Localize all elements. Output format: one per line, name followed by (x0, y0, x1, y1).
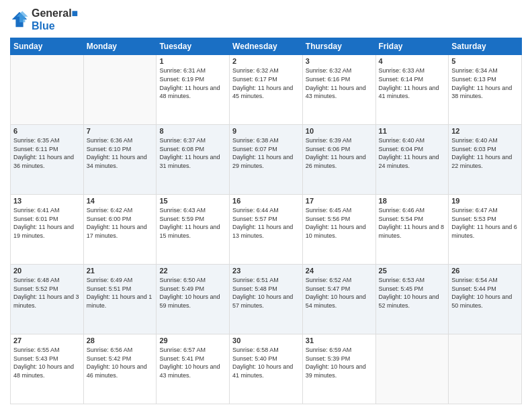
calendar-cell: 16Sunrise: 6:44 AMSunset: 5:57 PMDayligh… (230, 195, 303, 265)
day-number: 22 (159, 267, 226, 275)
day-number: 29 (159, 336, 226, 345)
day-number: 31 (306, 336, 373, 345)
day-number: 13 (13, 197, 81, 205)
calendar-cell: 29Sunrise: 6:57 AMSunset: 5:41 PMDayligh… (157, 334, 230, 404)
day-info: Sunrise: 6:55 AMSunset: 5:43 PMDaylight:… (13, 346, 81, 379)
day-number: 8 (159, 127, 226, 135)
calendar-cell: 9Sunrise: 6:38 AMSunset: 6:07 PMDaylight… (230, 125, 303, 195)
day-info: Sunrise: 6:51 AMSunset: 5:48 PMDaylight:… (232, 276, 300, 310)
day-number: 10 (306, 127, 373, 135)
weekday-header-row: SundayMondayTuesdayWednesdayThursdayFrid… (11, 38, 522, 55)
logo: General■ Blue (10, 7, 78, 32)
day-number: 1 (159, 57, 226, 65)
calendar-cell: 13Sunrise: 6:41 AMSunset: 6:01 PMDayligh… (11, 195, 84, 265)
day-number: 12 (451, 127, 519, 135)
day-info: Sunrise: 6:47 AMSunset: 5:53 PMDaylight:… (451, 206, 519, 240)
day-info: Sunrise: 6:46 AMSunset: 5:54 PMDaylight:… (379, 206, 446, 240)
calendar-cell: 28Sunrise: 6:56 AMSunset: 5:42 PMDayligh… (83, 334, 157, 404)
calendar-cell: 4Sunrise: 6:33 AMSunset: 6:14 PMDaylight… (375, 55, 449, 125)
day-number: 14 (87, 197, 154, 205)
day-number: 24 (306, 267, 373, 275)
weekday-header-saturday: Saturday (449, 38, 522, 55)
calendar-cell: 11Sunrise: 6:40 AMSunset: 6:04 PMDayligh… (375, 125, 449, 195)
calendar-cell: 7Sunrise: 6:36 AMSunset: 6:10 PMDaylight… (83, 125, 157, 195)
day-number: 21 (87, 267, 154, 275)
day-number: 27 (13, 336, 81, 345)
calendar-cell: 25Sunrise: 6:53 AMSunset: 5:45 PMDayligh… (375, 265, 449, 334)
day-number: 28 (87, 336, 154, 345)
day-info: Sunrise: 6:39 AMSunset: 6:06 PMDaylight:… (306, 136, 373, 170)
day-number: 4 (379, 57, 446, 65)
calendar-cell: 19Sunrise: 6:47 AMSunset: 5:53 PMDayligh… (449, 195, 522, 265)
day-number: 23 (232, 267, 300, 275)
day-info: Sunrise: 6:48 AMSunset: 5:52 PMDaylight:… (13, 276, 81, 310)
calendar-cell: 17Sunrise: 6:45 AMSunset: 5:56 PMDayligh… (302, 195, 375, 265)
day-number: 6 (13, 127, 81, 135)
calendar-cell: 22Sunrise: 6:50 AMSunset: 5:49 PMDayligh… (157, 265, 230, 334)
day-number: 16 (232, 197, 300, 205)
day-number: 19 (451, 197, 519, 205)
day-info: Sunrise: 6:38 AMSunset: 6:07 PMDaylight:… (232, 136, 300, 170)
calendar-cell (83, 55, 157, 125)
weekday-header-tuesday: Tuesday (157, 38, 230, 55)
calendar-cell (449, 334, 522, 404)
week-row-1: 1Sunrise: 6:31 AMSunset: 6:19 PMDaylight… (11, 55, 522, 125)
weekday-header-sunday: Sunday (11, 38, 84, 55)
week-row-3: 13Sunrise: 6:41 AMSunset: 6:01 PMDayligh… (11, 195, 522, 265)
day-info: Sunrise: 6:33 AMSunset: 6:14 PMDaylight:… (379, 66, 446, 100)
day-info: Sunrise: 6:54 AMSunset: 5:44 PMDaylight:… (451, 276, 519, 310)
day-number: 18 (379, 197, 446, 205)
day-info: Sunrise: 6:56 AMSunset: 5:42 PMDaylight:… (87, 346, 154, 379)
day-info: Sunrise: 6:31 AMSunset: 6:19 PMDaylight:… (159, 66, 226, 100)
calendar-cell (375, 334, 449, 404)
calendar-cell: 20Sunrise: 6:48 AMSunset: 5:52 PMDayligh… (11, 265, 84, 334)
week-row-5: 27Sunrise: 6:55 AMSunset: 5:43 PMDayligh… (11, 334, 522, 404)
calendar-cell: 12Sunrise: 6:40 AMSunset: 6:03 PMDayligh… (449, 125, 522, 195)
day-info: Sunrise: 6:42 AMSunset: 6:00 PMDaylight:… (87, 206, 154, 240)
logo-icon (10, 10, 29, 29)
calendar-cell: 2Sunrise: 6:32 AMSunset: 6:17 PMDaylight… (230, 55, 303, 125)
calendar-cell (11, 55, 84, 125)
day-info: Sunrise: 6:37 AMSunset: 6:08 PMDaylight:… (159, 136, 226, 170)
day-info: Sunrise: 6:52 AMSunset: 5:47 PMDaylight:… (306, 276, 373, 310)
calendar-cell: 26Sunrise: 6:54 AMSunset: 5:44 PMDayligh… (449, 265, 522, 334)
day-number: 25 (379, 267, 446, 275)
day-number: 11 (379, 127, 446, 135)
day-number: 2 (232, 57, 300, 65)
day-info: Sunrise: 6:58 AMSunset: 5:40 PMDaylight:… (232, 346, 300, 379)
logo-text: General■ Blue (32, 7, 78, 32)
calendar-cell: 21Sunrise: 6:49 AMSunset: 5:51 PMDayligh… (83, 265, 157, 334)
day-info: Sunrise: 6:45 AMSunset: 5:56 PMDaylight:… (306, 206, 373, 240)
day-number: 26 (451, 267, 519, 275)
calendar-cell: 10Sunrise: 6:39 AMSunset: 6:06 PMDayligh… (302, 125, 375, 195)
header: General■ Blue (10, 7, 522, 32)
weekday-header-thursday: Thursday (302, 38, 375, 55)
calendar-cell: 14Sunrise: 6:42 AMSunset: 6:00 PMDayligh… (83, 195, 157, 265)
day-info: Sunrise: 6:35 AMSunset: 6:11 PMDaylight:… (13, 136, 81, 170)
week-row-2: 6Sunrise: 6:35 AMSunset: 6:11 PMDaylight… (11, 125, 522, 195)
day-number: 20 (13, 267, 81, 275)
day-info: Sunrise: 6:59 AMSunset: 5:39 PMDaylight:… (306, 346, 373, 379)
week-row-4: 20Sunrise: 6:48 AMSunset: 5:52 PMDayligh… (11, 265, 522, 334)
calendar: SundayMondayTuesdayWednesdayThursdayFrid… (10, 38, 522, 404)
day-info: Sunrise: 6:50 AMSunset: 5:49 PMDaylight:… (159, 276, 226, 310)
calendar-cell: 24Sunrise: 6:52 AMSunset: 5:47 PMDayligh… (302, 265, 375, 334)
calendar-cell: 6Sunrise: 6:35 AMSunset: 6:11 PMDaylight… (11, 125, 84, 195)
day-info: Sunrise: 6:32 AMSunset: 6:17 PMDaylight:… (232, 66, 300, 100)
day-info: Sunrise: 6:53 AMSunset: 5:45 PMDaylight:… (379, 276, 446, 310)
day-number: 7 (87, 127, 154, 135)
calendar-cell: 3Sunrise: 6:32 AMSunset: 6:16 PMDaylight… (302, 55, 375, 125)
calendar-cell: 15Sunrise: 6:43 AMSunset: 5:59 PMDayligh… (157, 195, 230, 265)
day-info: Sunrise: 6:36 AMSunset: 6:10 PMDaylight:… (87, 136, 154, 170)
calendar-cell: 5Sunrise: 6:34 AMSunset: 6:13 PMDaylight… (449, 55, 522, 125)
calendar-cell: 8Sunrise: 6:37 AMSunset: 6:08 PMDaylight… (157, 125, 230, 195)
day-info: Sunrise: 6:40 AMSunset: 6:04 PMDaylight:… (379, 136, 446, 170)
day-number: 9 (232, 127, 300, 135)
day-number: 17 (306, 197, 373, 205)
day-info: Sunrise: 6:57 AMSunset: 5:41 PMDaylight:… (159, 346, 226, 379)
calendar-cell: 23Sunrise: 6:51 AMSunset: 5:48 PMDayligh… (230, 265, 303, 334)
day-info: Sunrise: 6:40 AMSunset: 6:03 PMDaylight:… (451, 136, 519, 170)
day-number: 15 (159, 197, 226, 205)
day-info: Sunrise: 6:43 AMSunset: 5:59 PMDaylight:… (159, 206, 226, 240)
calendar-cell: 1Sunrise: 6:31 AMSunset: 6:19 PMDaylight… (157, 55, 230, 125)
